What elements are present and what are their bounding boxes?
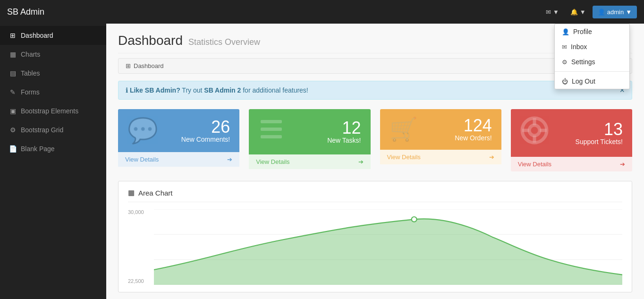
alert-info-icon: ℹ xyxy=(126,86,128,94)
card-comments-number: 26 xyxy=(181,119,230,136)
card-tasks-label: New Tasks! xyxy=(327,137,361,144)
dropdown-item-settings[interactable]: ⚙ Settings xyxy=(555,54,629,69)
dropdown-item-logout[interactable]: ⏻ Log Out xyxy=(555,74,629,89)
sidebar-label-bootstrap-grid: Bootstrap Grid xyxy=(21,126,63,134)
bell-caret: ▼ xyxy=(580,9,586,16)
svg-point-4 xyxy=(529,125,540,136)
card-comments-top: 💬 26 New Comments! xyxy=(118,109,239,152)
tickets-card-icon xyxy=(520,116,549,150)
card-orders-top: 🛒 124 New Orders! xyxy=(380,109,501,150)
sidebar-item-bootstrap-elements[interactable]: ▣ Bootstrap Elements xyxy=(0,102,106,120)
bell-icon: 🔔 xyxy=(570,9,578,16)
card-comments-values: 26 New Comments! xyxy=(181,119,230,143)
sidebar-label-blank-page: Blank Page xyxy=(21,145,55,153)
sidebar-item-dashboard[interactable]: ⊞ Dashboard xyxy=(0,26,106,45)
chart-yaxis: 30,000 22,500 xyxy=(128,209,144,285)
mail-caret: ▼ xyxy=(553,9,559,16)
card-orders-label: New Orders! xyxy=(455,134,492,142)
sidebar-item-charts[interactable]: ▦ Charts xyxy=(0,45,106,64)
logout-label: Log Out xyxy=(572,77,595,85)
svg-rect-1 xyxy=(261,128,282,131)
card-tasks-bottom: View Details ➔ xyxy=(249,154,370,169)
card-orders-arrow: ➔ xyxy=(489,154,494,161)
card-tasks-values: 12 New Tasks! xyxy=(327,120,361,144)
breadcrumb-icon: ⊞ xyxy=(126,62,131,69)
chart-section: ▦ Area Chart 30,000 22,500 xyxy=(118,181,632,292)
card-tickets-top: 13 Support Tickets! xyxy=(511,109,632,157)
navbar-right: ✉ ▼ 🔔 ▼ 👤 admin ▼ xyxy=(541,6,637,18)
card-comments-arrow: ➔ xyxy=(227,156,232,163)
bootstrap-elements-icon: ▣ xyxy=(8,107,17,115)
card-comments-bottom: View Details ➔ xyxy=(118,152,239,167)
chart-title: ▦ Area Chart xyxy=(128,188,622,202)
card-tasks: 12 New Tasks! View Details ➔ xyxy=(249,109,370,171)
chart-area: 30,000 22,500 xyxy=(128,209,622,285)
user-dropdown: 👤 Profile ✉ Inbox ⚙ Settings ⏻ Log Out xyxy=(554,24,630,89)
card-tickets-bottom: View Details ➔ xyxy=(511,157,632,171)
card-orders: 🛒 124 New Orders! View Details ➔ xyxy=(380,109,501,171)
chart-title-label: Area Chart xyxy=(138,189,173,197)
layout: ⊞ Dashboard ▦ Charts ▤ Tables ✎ Forms ▣ … xyxy=(0,24,644,299)
page-subtitle: Statistics Overview xyxy=(188,37,260,47)
card-orders-number: 124 xyxy=(455,117,492,134)
admin-button[interactable]: 👤 admin ▼ xyxy=(593,6,637,18)
sidebar-item-forms[interactable]: ✎ Forms xyxy=(0,83,106,102)
card-comments-link[interactable]: View Details xyxy=(125,156,159,163)
tasks-card-icon xyxy=(258,116,284,147)
breadcrumb-label: Dashboard xyxy=(134,62,164,69)
card-orders-link[interactable]: View Details xyxy=(387,154,421,161)
navbar: SB Admin ✉ ▼ 🔔 ▼ 👤 admin ▼ xyxy=(0,0,644,24)
inbox-label: Inbox xyxy=(571,43,587,51)
bootstrap-grid-icon: ⚙ xyxy=(8,126,17,134)
svg-rect-2 xyxy=(261,135,282,138)
sidebar-label-charts: Charts xyxy=(21,51,40,58)
sidebar-item-tables[interactable]: ▤ Tables xyxy=(0,64,106,83)
dropdown-item-inbox[interactable]: ✉ Inbox xyxy=(555,39,629,54)
admin-caret: ▼ xyxy=(626,9,632,16)
forms-icon: ✎ xyxy=(8,88,17,96)
blank-page-icon: 📄 xyxy=(8,145,17,153)
dashboard-icon: ⊞ xyxy=(8,32,17,39)
dropdown-item-profile[interactable]: 👤 Profile xyxy=(555,24,629,39)
admin-label: admin xyxy=(607,9,624,16)
orders-card-icon: 🛒 xyxy=(390,116,418,143)
card-tickets-values: 13 Support Tickets! xyxy=(576,121,623,145)
profile-icon: 👤 xyxy=(562,28,569,35)
sidebar-label-forms: Forms xyxy=(21,88,40,96)
bell-button[interactable]: 🔔 ▼ xyxy=(566,6,591,18)
card-tickets-link[interactable]: View Details xyxy=(518,161,551,168)
card-tickets: 13 Support Tickets! View Details ➔ xyxy=(511,109,632,171)
chart-svg xyxy=(154,209,622,285)
svg-rect-0 xyxy=(261,120,282,123)
card-tasks-arrow: ➔ xyxy=(358,158,364,165)
page-title: Dashboard xyxy=(118,33,183,48)
settings-label: Settings xyxy=(571,58,595,66)
sidebar-label-bootstrap-elements: Bootstrap Elements xyxy=(21,107,78,115)
app-brand[interactable]: SB Admin xyxy=(7,7,44,17)
comments-card-icon: 💬 xyxy=(127,116,158,145)
card-comments-label: New Comments! xyxy=(181,136,230,143)
sidebar-label-dashboard: Dashboard xyxy=(21,32,53,39)
card-tasks-link[interactable]: View Details xyxy=(256,158,289,165)
yaxis-label-mid: 22,500 xyxy=(128,278,144,284)
dropdown-divider xyxy=(555,71,629,72)
user-icon: 👤 xyxy=(598,9,605,16)
sidebar-item-blank-page[interactable]: 📄 Blank Page xyxy=(0,139,106,158)
mail-button[interactable]: ✉ ▼ xyxy=(541,6,564,18)
card-tickets-arrow: ➔ xyxy=(620,161,625,168)
sidebar: ⊞ Dashboard ▦ Charts ▤ Tables ✎ Forms ▣ … xyxy=(0,24,106,299)
chart-icon: ▦ xyxy=(128,188,135,197)
cards-row: 💬 26 New Comments! View Details ➔ xyxy=(118,109,632,171)
alert-text: ℹ Like SB Admin? Try out SB Admin 2 for … xyxy=(126,86,308,94)
profile-label: Profile xyxy=(573,28,592,35)
card-orders-bottom: View Details ➔ xyxy=(380,150,501,164)
sidebar-item-bootstrap-grid[interactable]: ⚙ Bootstrap Grid xyxy=(0,120,106,139)
card-tickets-label: Support Tickets! xyxy=(576,138,623,145)
sidebar-label-tables: Tables xyxy=(21,69,40,77)
tables-icon: ▤ xyxy=(8,69,17,77)
logout-icon: ⏻ xyxy=(562,78,568,85)
mail-icon: ✉ xyxy=(546,9,551,16)
yaxis-label-top: 30,000 xyxy=(128,209,144,215)
card-tickets-number: 13 xyxy=(576,121,623,138)
chart-grid xyxy=(154,209,622,285)
